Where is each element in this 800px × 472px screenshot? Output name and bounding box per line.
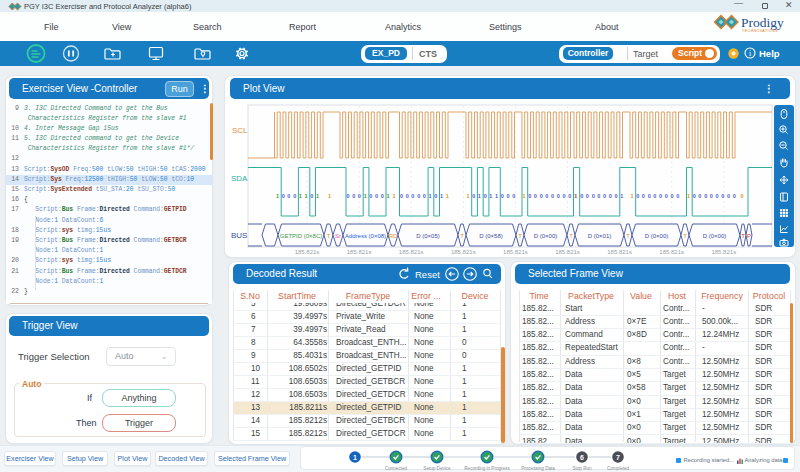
svg-text:0: 0 xyxy=(693,193,696,199)
svg-text:0: 0 xyxy=(727,193,730,199)
svg-text:P: P xyxy=(747,233,751,239)
svg-text:T: T xyxy=(683,233,687,239)
svg-text:0: 0 xyxy=(580,193,583,199)
svg-text:T: T xyxy=(741,233,745,239)
svg-text:0: 0 xyxy=(665,193,668,199)
svg-text:1: 1 xyxy=(522,193,525,199)
svg-text:D (0×05): D (0×05) xyxy=(416,233,440,239)
svg-text:0: 0 xyxy=(381,193,384,199)
svg-text:0: 0 xyxy=(653,193,656,199)
svg-text:BUS: BUS xyxy=(231,231,247,240)
svg-text:0: 0 xyxy=(551,193,554,199)
svg-text:185.821s: 185.821s xyxy=(451,249,476,255)
svg-text:D (0×01): D (0×01) xyxy=(588,233,612,239)
svg-text:0: 0 xyxy=(528,193,531,199)
svg-text:Completed: Completed xyxy=(607,466,630,471)
svg-text:T: T xyxy=(569,233,573,239)
svg-text:0: 0 xyxy=(648,193,651,199)
svg-text:1: 1 xyxy=(495,193,498,199)
svg-text:0: 0 xyxy=(310,193,313,199)
svg-text:0: 0 xyxy=(282,193,285,199)
svg-text:0: 0 xyxy=(636,193,639,199)
svg-text:185.821s: 185.821s xyxy=(711,249,736,255)
svg-text:RD: RD xyxy=(389,233,398,239)
svg-text:0: 0 xyxy=(586,193,589,199)
svg-text:Stop Run: Stop Run xyxy=(572,466,592,471)
svg-text:1: 1 xyxy=(353,454,357,461)
svg-text:0: 0 xyxy=(375,193,378,199)
svg-text:0: 0 xyxy=(716,193,719,199)
svg-text:Processing Data: Processing Data xyxy=(521,466,555,471)
svg-text:0: 0 xyxy=(287,193,290,199)
svg-text:SDA: SDA xyxy=(231,174,248,183)
svg-text:Prodigy: Prodigy xyxy=(741,15,784,30)
svg-text:185.821s: 185.821s xyxy=(555,249,580,255)
svg-text:0: 0 xyxy=(352,193,355,199)
svg-text:185.821s: 185.821s xyxy=(347,249,372,255)
svg-text:0: 0 xyxy=(642,193,645,199)
svg-text:185.821s: 185.821s xyxy=(659,249,684,255)
svg-text:0: 0 xyxy=(568,193,571,199)
svg-text:1: 1 xyxy=(276,193,279,199)
svg-text:T: T xyxy=(327,233,331,239)
svg-text:0: 0 xyxy=(597,193,600,199)
svg-text:0: 0 xyxy=(417,193,420,199)
svg-text:i: i xyxy=(749,49,752,58)
svg-text:0: 0 xyxy=(534,193,537,199)
svg-text:1: 1 xyxy=(328,193,331,199)
svg-text:D (0×00): D (0×00) xyxy=(645,233,669,239)
svg-text:185.821s: 185.821s xyxy=(607,249,632,255)
svg-text:0: 0 xyxy=(545,193,548,199)
svg-text:Sr: Sr xyxy=(335,233,341,239)
svg-text:1: 1 xyxy=(446,193,449,199)
svg-text:1: 1 xyxy=(489,193,492,199)
svg-text:D (0×58): D (0×58) xyxy=(479,233,503,239)
svg-text:0: 0 xyxy=(740,193,743,199)
svg-text:0: 0 xyxy=(346,193,349,199)
svg-text:0: 0 xyxy=(506,193,509,199)
svg-text:0: 0 xyxy=(540,193,543,199)
svg-text:0: 0 xyxy=(358,193,361,199)
svg-text:185.821s: 185.821s xyxy=(503,249,528,255)
svg-text:1: 1 xyxy=(429,193,432,199)
svg-text:0: 0 xyxy=(592,193,595,199)
svg-text:T: T xyxy=(518,233,522,239)
svg-text:Setup Device: Setup Device xyxy=(423,466,451,471)
svg-text:7: 7 xyxy=(616,454,620,461)
svg-text:0: 0 xyxy=(676,193,679,199)
svg-text:1: 1 xyxy=(478,193,481,199)
svg-text:0: 0 xyxy=(704,193,707,199)
svg-text:TECHNOVATIONS: TECHNOVATIONS xyxy=(742,29,778,33)
svg-text:D (0×00): D (0×00) xyxy=(534,233,558,239)
svg-text:1: 1 xyxy=(466,193,469,199)
svg-text:0: 0 xyxy=(293,193,296,199)
svg-text:Connected: Connected xyxy=(385,466,408,471)
svg-text:1: 1 xyxy=(630,193,633,199)
svg-text:T: T xyxy=(626,233,630,239)
svg-text:1: 1 xyxy=(386,193,389,199)
svg-text:0: 0 xyxy=(406,193,409,199)
svg-text:T: T xyxy=(460,233,464,239)
svg-text:0: 0 xyxy=(733,193,736,199)
svg-text:1: 1 xyxy=(392,193,395,199)
svg-text:1: 1 xyxy=(299,193,302,199)
svg-text:0: 0 xyxy=(670,193,673,199)
svg-text:0: 0 xyxy=(400,193,403,199)
svg-text:0: 0 xyxy=(411,193,414,199)
svg-text:0: 0 xyxy=(501,193,504,199)
svg-text:0: 0 xyxy=(659,193,662,199)
svg-text:Address (0×08): Address (0×08) xyxy=(345,233,386,239)
svg-text:0: 0 xyxy=(710,193,713,199)
svg-text:0: 0 xyxy=(614,193,617,199)
svg-text:0: 0 xyxy=(698,193,701,199)
svg-text:0: 0 xyxy=(434,193,437,199)
svg-text:GETPID (0×8C): GETPID (0×8C) xyxy=(280,233,323,239)
svg-text:0: 0 xyxy=(603,193,606,199)
svg-text:0: 0 xyxy=(562,193,565,199)
svg-text:Recording in Progress: Recording in Progress xyxy=(464,466,510,471)
svg-text:D (0×00): D (0×00) xyxy=(703,233,727,239)
svg-text:185.821s: 185.821s xyxy=(295,249,320,255)
svg-text:1: 1 xyxy=(364,193,367,199)
svg-text:0: 0 xyxy=(557,193,560,199)
svg-text:6: 6 xyxy=(580,454,584,461)
